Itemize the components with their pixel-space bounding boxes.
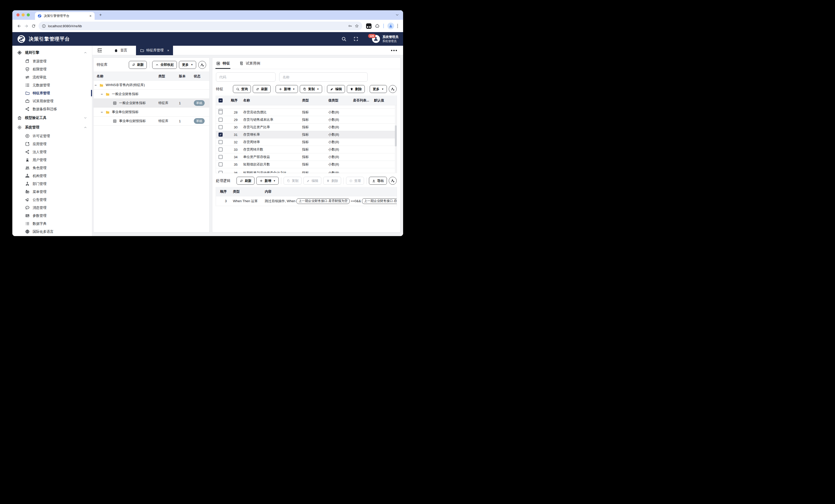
site-info-icon[interactable] [42,24,46,28]
feature-refresh-button[interactable]: 刷新 [253,85,271,93]
sidebar-item[interactable]: 角色管理 [12,164,92,172]
sidebar-item[interactable]: 应用管理 [12,140,92,148]
logic-edit-button[interactable]: 编辑 [303,177,321,185]
sidebar-item[interactable]: 用户管理 [12,156,92,164]
sidebar-item[interactable]: 资源管理 [12,57,92,65]
edit-feature-button[interactable]: 编辑 [327,85,345,93]
forward-button[interactable] [23,22,30,29]
code-filter-input[interactable] [216,72,276,82]
logic-permissions-button[interactable] [389,177,397,185]
tab-search-caret-icon[interactable] [395,13,400,17]
sidebar-item[interactable]: 参数管理 [12,212,92,219]
chevron-up-icon[interactable] [83,125,87,129]
scrollbar-thumb[interactable] [395,125,397,146]
sidebar-item[interactable]: 模型验证工具 [12,113,92,123]
query-button[interactable]: 查询 [233,85,251,93]
browser-menu-icon[interactable] [397,24,398,28]
tab-options-icon[interactable] [391,50,397,51]
chevron-up-icon[interactable] [83,50,87,55]
extensions-puzzle-icon[interactable] [375,24,380,28]
sidebar-item[interactable]: 特征库管理 [12,89,92,97]
sidebar-item[interactable]: 菜单管理 [12,188,92,196]
logic-delete-button[interactable]: 删除 [323,177,341,185]
sidebar-item[interactable]: 数据字典 [12,219,92,228]
library-more-button[interactable]: 更多▼ [179,61,196,69]
tree-row[interactable]: − 事业单位财报指标 [94,108,209,117]
tree-row[interactable]: 一般企业财务指标 特征库 1 草稿 [94,99,209,108]
bookmark-star-icon[interactable] [354,24,359,28]
logic-export-button[interactable]: 导出 [369,177,387,185]
collapse-node-icon[interactable]: − [100,110,103,114]
user-menu[interactable]: 系统管理员 系统管理员 [372,35,399,43]
row-checkbox[interactable] [219,125,223,129]
table-row[interactable]: 32 存货周转率 指标 小数(8) [216,139,397,146]
logic-add-button[interactable]: 新增▼ [256,177,279,185]
table-row[interactable]: 29 存货与销售成本比率 指标 小数(8) [216,116,397,124]
collapse-node-icon[interactable]: − [94,83,97,87]
new-tab-button[interactable]: + [98,12,103,18]
delete-feature-button[interactable]: 删除 [347,85,365,93]
close-window-button[interactable] [17,13,20,17]
extension-icon[interactable] [366,23,371,29]
tree-row[interactable]: − 一般企业财务指标 [94,90,209,99]
password-key-icon[interactable] [348,24,352,28]
table-scrollbar[interactable] [395,105,397,173]
close-page-tab-icon[interactable]: × [167,48,169,52]
sidebar-item[interactable]: 部门管理 [12,180,92,188]
url-text[interactable]: localhost:8080/#/re/lib [48,24,346,28]
sidebar-item[interactable]: 数据备份和迁移 [12,105,92,113]
name-filter-input[interactable] [279,72,368,82]
row-checkbox[interactable] [219,110,223,114]
panel-tab[interactable]: 特征 [216,58,230,69]
row-checkbox[interactable] [219,171,223,173]
table-row[interactable]: 36 短期投资与流动资产合计之比 指标 小数(8) [216,168,397,173]
collapse-node-icon[interactable]: − [100,92,103,96]
row-checkbox[interactable] [219,162,223,166]
row-checkbox[interactable] [219,140,223,144]
library-refresh-button[interactable]: 刷新 [129,61,147,69]
feature-more-button[interactable]: 更多▼ [370,85,387,93]
search-icon[interactable] [341,36,347,42]
window-controls[interactable] [17,13,30,17]
sidebar-item[interactable]: 规则引擎 [12,48,92,57]
collapse-sidebar-icon[interactable] [97,47,103,53]
row-checkbox[interactable] [219,147,223,151]
collapse-all-button[interactable]: 全部收起 [152,61,177,69]
table-row[interactable]: 31 存货增长率 指标 小数(8) [216,131,397,139]
library-permissions-button[interactable] [198,61,206,69]
browser-profile-avatar[interactable] [387,23,394,29]
chevron-down-icon[interactable] [83,116,87,120]
minimize-window-button[interactable] [22,13,25,17]
copy-feature-button[interactable]: 复制▼ [300,85,322,93]
row-checkbox[interactable] [219,132,223,136]
browser-tab[interactable]: 决策引擎管理平台 × [35,12,95,20]
feature-permissions-button[interactable] [389,85,397,93]
tab-feature-library[interactable]: 特征库管理 × [136,46,173,55]
logic-refresh-button[interactable]: 刷新 [237,177,254,185]
reload-button[interactable] [30,22,37,29]
logic-row[interactable]: 3 When Then 运算 跳过后续操作, When 上一期企业财务接口.是否… [216,196,397,206]
select-all-checkbox[interactable] [219,98,223,103]
sidebar-item[interactable]: 许可证管理 [12,132,92,140]
add-feature-button[interactable]: 新增▼ [276,85,298,93]
back-button[interactable] [16,22,23,29]
table-row[interactable]: 35 短期借款还款月数 指标 小数(8) [216,161,397,168]
sidebar-item[interactable]: 法人管理 [12,148,92,156]
logic-view-button[interactable]: 查看 [346,177,364,185]
table-row[interactable]: 34 单位资产留存收益 指标 小数(8) [216,153,397,161]
tab-home[interactable]: 首页 [114,48,127,52]
sidebar-item[interactable]: 机构管理 [12,172,92,180]
sidebar-item[interactable]: 权限管理 [12,65,92,73]
sidebar-item[interactable]: 元数据管理 [12,81,92,89]
sidebar-item[interactable]: 系统管理 [12,123,92,132]
sidebar-item[interactable]: 消息管理 [12,204,92,212]
tree-row[interactable]: − WHNS非零售内评(特征库) [94,81,209,90]
fullscreen-icon[interactable] [353,36,359,42]
table-row[interactable]: 33 存货周转月数 指标 小数(8) [216,146,397,153]
sidebar-item[interactable]: 国际化多语言 [12,228,92,235]
panel-tab[interactable]: 试算用例 [239,58,260,69]
table-row[interactable]: 28 存货流动负债比 指标 小数(8) [216,109,397,116]
sidebar-item[interactable]: 公告管理 [12,196,92,204]
sidebar-item[interactable]: 流程审批 [12,73,92,81]
address-bar[interactable]: localhost:8080/#/re/lib [39,22,362,30]
